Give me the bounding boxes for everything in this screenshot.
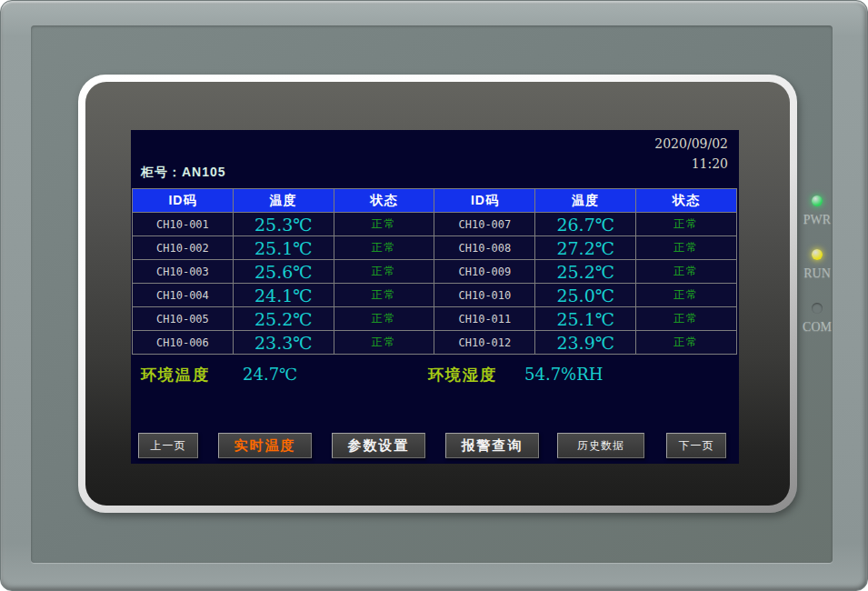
cell-temp: 25.3℃ xyxy=(233,213,334,236)
datetime-display: 2020/09/02 11:20 xyxy=(654,134,728,174)
cell-temp: 25.1℃ xyxy=(535,307,636,331)
hmi-panel: 2020/09/02 11:20 柜号：AN105 ID码温度状态ID码温度状态… xyxy=(0,0,868,591)
run-led xyxy=(812,249,823,260)
cell-id: CH10-004 xyxy=(133,284,234,307)
cell-status: 正常 xyxy=(334,260,434,284)
cell-temp: 25.2℃ xyxy=(233,307,334,331)
cell-id: CH10-003 xyxy=(133,260,234,284)
pwr-led-group: PWR xyxy=(797,194,837,227)
cell-id: CH10-009 xyxy=(434,260,535,284)
ambient-temp-value: 24.7℃ xyxy=(243,365,297,384)
column-header: 状态 xyxy=(334,189,434,213)
cell-status: 正常 xyxy=(334,307,434,331)
cell-id: CH10-008 xyxy=(434,236,535,260)
cell-id: CH10-005 xyxy=(133,307,234,331)
table-row: CH10-00325.6℃正常CH10-00925.2℃正常 xyxy=(133,260,737,284)
realtime-temp-button[interactable]: 实时温度 xyxy=(218,433,312,458)
cell-status: 正常 xyxy=(636,331,737,355)
ambient-temp-label: 环境温度 xyxy=(141,365,210,386)
cell-status: 正常 xyxy=(636,260,737,284)
com-led xyxy=(812,303,823,314)
column-header: 温度 xyxy=(233,189,334,213)
cell-status: 正常 xyxy=(334,331,434,355)
cell-id: CH10-001 xyxy=(133,213,234,236)
cell-temp: 27.2℃ xyxy=(535,236,636,260)
cell-temp: 23.9℃ xyxy=(535,331,636,355)
cell-status: 正常 xyxy=(334,213,434,236)
column-header: 温度 xyxy=(535,189,636,213)
cell-status: 正常 xyxy=(636,213,737,236)
table-row: CH10-00525.2℃正常CH10-01125.1℃正常 xyxy=(133,307,737,331)
run-led-label: RUN xyxy=(797,266,837,281)
run-led-group: RUN xyxy=(797,247,837,281)
time-text: 11:20 xyxy=(654,154,728,174)
table-row: CH10-00424.1℃正常CH10-01025.0℃正常 xyxy=(133,284,737,307)
cell-id: CH10-006 xyxy=(133,331,234,355)
cell-temp: 24.1℃ xyxy=(233,284,334,307)
cell-status: 正常 xyxy=(636,236,737,260)
table-row: CH10-00623.3℃正常CH10-01223.9℃正常 xyxy=(133,331,737,355)
cell-temp: 25.2℃ xyxy=(535,260,636,284)
channel-table: ID码温度状态ID码温度状态 CH10-00125.3℃正常CH10-00726… xyxy=(132,188,737,355)
cell-temp: 25.0℃ xyxy=(535,284,636,307)
table-row: CH10-00125.3℃正常CH10-00726.7℃正常 xyxy=(133,213,737,236)
column-header: 状态 xyxy=(636,189,737,213)
column-header: ID码 xyxy=(133,189,234,213)
cell-id: CH10-007 xyxy=(434,213,535,236)
cell-status: 正常 xyxy=(636,284,737,307)
cell-temp: 26.7℃ xyxy=(535,213,636,236)
table-row: CH10-00225.1℃正常CH10-00827.2℃正常 xyxy=(133,236,737,260)
table-head: ID码温度状态ID码温度状态 xyxy=(133,189,737,213)
column-header: ID码 xyxy=(434,189,535,213)
cell-temp: 25.1℃ xyxy=(233,236,334,260)
alarm-query-button[interactable]: 报警查询 xyxy=(445,433,539,458)
pwr-led-label: PWR xyxy=(797,213,837,227)
pwr-led xyxy=(812,195,823,206)
prev-page-button[interactable]: 上一页 xyxy=(138,433,198,458)
com-led-group: COM xyxy=(797,301,837,335)
cell-status: 正常 xyxy=(636,307,737,331)
cabinet-label: 柜号：AN105 xyxy=(141,165,226,181)
cell-temp: 23.3℃ xyxy=(233,331,334,355)
cell-status: 正常 xyxy=(334,236,434,260)
param-settings-button[interactable]: 参数设置 xyxy=(332,433,425,458)
lcd-screen: 2020/09/02 11:20 柜号：AN105 ID码温度状态ID码温度状态… xyxy=(131,130,739,464)
history-data-button[interactable]: 历史数据 xyxy=(557,433,644,458)
led-column: PWRRUNCOM xyxy=(797,194,837,355)
date-text: 2020/09/02 xyxy=(654,134,728,154)
cell-status: 正常 xyxy=(334,284,434,307)
next-page-button[interactable]: 下一页 xyxy=(666,433,726,458)
ambient-row: 环境温度 24.7℃ 环境湿度 54.7%RH xyxy=(131,365,739,388)
cell-id: CH10-010 xyxy=(434,284,535,307)
com-led-label: COM xyxy=(797,320,837,335)
header-row: ID码温度状态ID码温度状态 xyxy=(133,189,737,213)
cell-id: CH10-012 xyxy=(434,331,535,355)
cell-temp: 25.6℃ xyxy=(233,260,334,284)
ambient-humidity-label: 环境湿度 xyxy=(428,365,497,386)
cell-id: CH10-011 xyxy=(434,307,535,331)
cell-id: CH10-002 xyxy=(133,236,234,260)
table-body: CH10-00125.3℃正常CH10-00726.7℃正常CH10-00225… xyxy=(133,213,737,355)
ambient-humidity-value: 54.7%RH xyxy=(524,365,603,384)
